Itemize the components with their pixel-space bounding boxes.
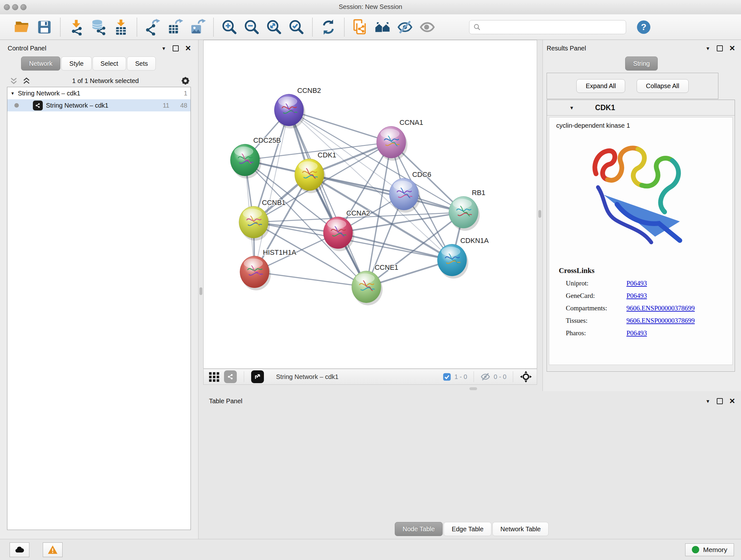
crosslink-link[interactable]: P06493 xyxy=(626,292,647,300)
control-panel-title: Control Panel xyxy=(8,45,46,52)
titlebar: Session: New Session xyxy=(0,0,741,15)
table-panel-title: Table Panel xyxy=(209,397,243,405)
export-image-icon[interactable] xyxy=(189,19,206,36)
grid-view-icon[interactable] xyxy=(208,371,220,383)
control-panel-close-icon[interactable]: ✕ xyxy=(185,45,191,52)
network-node-CCNA1[interactable]: CCNA1 xyxy=(377,118,423,161)
show-all-icon[interactable] xyxy=(419,19,435,36)
left-splitter-handle[interactable] xyxy=(199,287,202,295)
network-tree: ▼ String Network – cdk1 1 String Network… xyxy=(7,87,191,530)
crosslink-label: Tissues: xyxy=(566,317,626,325)
memory-status-dot xyxy=(692,546,699,553)
birds-eye-view-icon[interactable] xyxy=(520,370,532,383)
warnings-button[interactable] xyxy=(43,543,63,557)
gene-description: cyclin-dependent kinase 1 xyxy=(549,118,732,129)
network-collection-row[interactable]: ▼ String Network – cdk1 1 xyxy=(7,87,191,99)
gene-collapse-icon[interactable]: ▼ xyxy=(569,105,574,111)
tab-network-table[interactable]: Network Table xyxy=(492,522,549,536)
hidden-eye-icon[interactable] xyxy=(480,372,490,382)
crosslink-row: Uniprot:P06493 xyxy=(566,279,732,287)
crosslink-label: Pharos: xyxy=(566,329,626,337)
tab-select[interactable]: Select xyxy=(92,57,126,71)
tab-edge-table[interactable]: Edge Table xyxy=(444,522,491,536)
node-label: CCNE1 xyxy=(375,263,398,271)
node-label: CCNA1 xyxy=(400,118,423,126)
right-splitter-handle[interactable] xyxy=(538,210,541,218)
network-share-view-icon[interactable] xyxy=(224,370,237,383)
node-label: RB1 xyxy=(472,189,485,197)
search-box[interactable] xyxy=(469,20,626,34)
results-panel-close-icon[interactable]: ✕ xyxy=(729,45,735,52)
network-type-icon xyxy=(33,101,43,111)
gene-section-header[interactable]: ▼ CDK1 xyxy=(547,100,735,116)
node-label: CDC6 xyxy=(412,171,431,179)
network-edge[interactable] xyxy=(289,110,366,287)
network-edge[interactable] xyxy=(255,272,366,287)
tab-style[interactable]: Style xyxy=(61,57,91,71)
collection-count: 1 xyxy=(184,90,187,97)
cloud-status-button[interactable] xyxy=(10,543,29,557)
network-view-title: String Network – cdk1 xyxy=(276,373,339,381)
hide-selected-icon[interactable] xyxy=(397,19,413,36)
export-network-icon[interactable] xyxy=(145,19,161,36)
network-node-CDKN1A[interactable]: CDKN1A xyxy=(437,237,489,279)
crosslink-link[interactable]: 9606.ENSP00000378699 xyxy=(626,304,695,312)
expand-all-icon[interactable] xyxy=(22,77,30,85)
protein-structure-image xyxy=(588,138,693,256)
network-row[interactable]: String Network – cdk1 11 48 xyxy=(7,99,191,111)
tab-network[interactable]: Network xyxy=(21,57,60,71)
network-node-CCNB1[interactable]: CCNB1 xyxy=(239,199,286,241)
help-button[interactable]: ? xyxy=(637,20,650,34)
open-session-icon[interactable] xyxy=(14,19,30,36)
network-options-gear-icon[interactable] xyxy=(180,76,191,86)
collection-label: String Network – cdk1 xyxy=(18,90,80,97)
network-selector-bar: 1 of 1 Network selected xyxy=(10,76,191,86)
tab-string[interactable]: String xyxy=(625,57,658,71)
table-panel-close-icon[interactable]: ✕ xyxy=(729,397,735,405)
detach-view-icon[interactable] xyxy=(251,370,264,383)
import-table-icon[interactable] xyxy=(113,19,129,36)
zoom-fit-icon[interactable] xyxy=(266,19,282,36)
network-node-CDC6[interactable]: CDC6 xyxy=(389,171,431,212)
zoom-selected-icon[interactable] xyxy=(288,19,305,36)
export-table-icon[interactable] xyxy=(167,19,184,36)
results-panel-float-icon[interactable] xyxy=(717,45,723,51)
control-panel-tabs: NetworkStyleSelectSets xyxy=(21,57,198,71)
collapse-all-icon[interactable] xyxy=(10,77,18,85)
node-label: CCNB1 xyxy=(262,199,286,206)
expand-all-button[interactable]: Expand All xyxy=(576,79,625,93)
collapse-all-button[interactable]: Collapse All xyxy=(636,79,689,93)
table-panel-menu-icon[interactable]: ▼ xyxy=(705,398,711,404)
tab-node-table[interactable]: Node Table xyxy=(395,522,443,536)
network-node-HIST1H1A[interactable]: HIST1H1A xyxy=(240,248,296,291)
node-label: CDK1 xyxy=(318,151,336,159)
crosslink-link[interactable]: P06493 xyxy=(626,279,647,287)
tab-sets[interactable]: Sets xyxy=(127,57,156,71)
save-session-icon[interactable] xyxy=(36,19,53,36)
results-panel-menu-icon[interactable]: ▼ xyxy=(705,46,711,51)
crosslinks-list: Uniprot:P06493GeneCard:P06493Compartment… xyxy=(549,279,732,337)
refresh-layout-icon[interactable] xyxy=(320,19,337,36)
first-neighbors-icon[interactable] xyxy=(374,19,391,36)
crosslink-link[interactable]: 9606.ENSP00000378699 xyxy=(626,317,695,325)
create-view-from-selection-icon[interactable] xyxy=(352,19,368,36)
collection-expand-icon[interactable]: ▼ xyxy=(10,91,15,96)
search-input[interactable] xyxy=(483,23,622,31)
control-panel-menu-icon[interactable]: ▼ xyxy=(161,46,166,51)
import-network-from-database-icon[interactable] xyxy=(90,19,107,36)
warning-icon xyxy=(47,544,58,555)
zoom-in-icon[interactable] xyxy=(221,19,238,36)
selected-checkbox-icon[interactable] xyxy=(443,373,451,381)
network-node-RB1[interactable]: RB1 xyxy=(449,189,486,231)
network-canvas[interactable]: CCNB2CCNA1CDC25BCDK1CDC6RB1CCNB1CCNA2CDK… xyxy=(203,40,537,369)
memory-button[interactable]: Memory xyxy=(685,543,734,556)
horizontal-splitter-handle[interactable] xyxy=(469,387,477,390)
import-network-icon[interactable] xyxy=(68,19,84,36)
table-panel-float-icon[interactable] xyxy=(717,398,723,404)
zoom-out-icon[interactable] xyxy=(244,19,260,36)
network-edge[interactable] xyxy=(309,175,463,212)
window-title: Session: New Session xyxy=(0,3,741,10)
control-panel-float-icon[interactable] xyxy=(173,45,179,51)
network-node-CCNB2[interactable]: CCNB2 xyxy=(274,86,321,129)
crosslink-link[interactable]: P06493 xyxy=(626,329,647,337)
